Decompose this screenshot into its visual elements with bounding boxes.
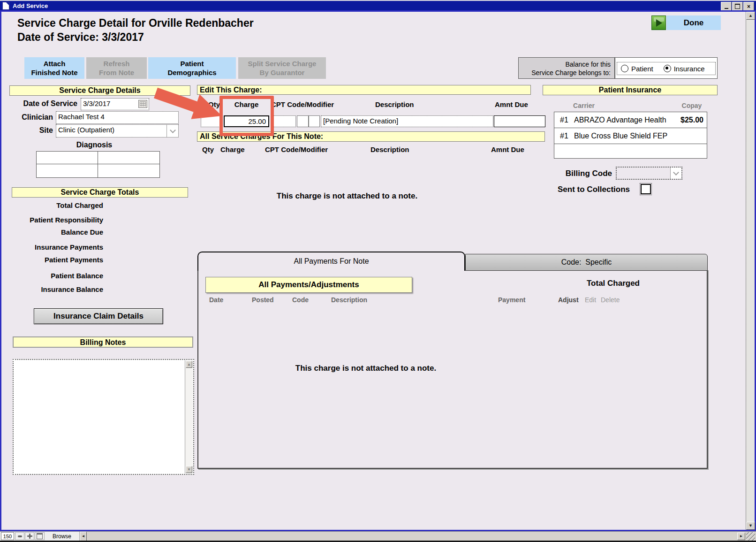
minimize-button[interactable]	[721, 2, 732, 11]
diagnosis-cell-4[interactable]	[98, 164, 159, 177]
done-button[interactable]: Done	[666, 15, 721, 30]
balance-label-line2: Service Charge belongs to:	[519, 69, 611, 77]
pay-col-description: Description	[331, 296, 367, 304]
close-button[interactable]: ×	[743, 2, 754, 11]
insurance-row-3[interactable]	[554, 144, 707, 159]
hscroll-left-button[interactable]: ◄	[80, 532, 87, 541]
pay-col-delete: Delete	[601, 296, 620, 304]
all-col-qty: Qty	[202, 145, 214, 153]
radio-patient[interactable]: Patient	[621, 65, 653, 73]
diagnosis-label: Diagnosis	[56, 141, 132, 149]
billing-code-label: Billing Code	[535, 169, 612, 178]
patient-responsibility-label: Patient Responsibility	[9, 216, 103, 224]
billing-code-dropdown-button[interactable]	[670, 168, 681, 179]
resize-grip[interactable]	[746, 532, 755, 541]
button-label: By Guarantor	[238, 68, 326, 77]
date-of-service-input[interactable]: 3/3/2017	[81, 98, 149, 110]
patient-demographics-button[interactable]: Patient Demographics	[148, 57, 236, 79]
done-script-icon[interactable]	[651, 15, 666, 30]
hscroll-right-button[interactable]: ►	[737, 533, 745, 540]
insurance-list: #1 ABRAZO Advantage Health $25.00 #1 Blu…	[554, 112, 707, 159]
cpt-code-input[interactable]	[271, 115, 296, 127]
tab-all-payments[interactable]: All Payments For Note	[197, 252, 465, 271]
diagnosis-cell-1[interactable]	[37, 152, 98, 164]
edit-col-cpt: CPT Code/Modifier	[271, 100, 334, 108]
site-value: Clinic (Outpatient)	[58, 126, 114, 134]
mode-selector[interactable]: Browse	[45, 533, 79, 540]
all-col-description: Description	[370, 145, 409, 153]
left-arrow-icon: ◄	[82, 534, 85, 538]
pay-col-payment: Payment	[498, 296, 525, 304]
diagnosis-cell-3[interactable]	[37, 164, 98, 177]
tab-all-payments-label: All Payments For Note	[294, 257, 369, 265]
description-input[interactable]: [Pending Note Creation]	[321, 115, 493, 127]
down-arrow-icon: ▼	[748, 524, 753, 528]
pay-col-edit: Edit	[585, 296, 596, 304]
page-title: Service Charge Detail for Orville Redenb…	[17, 17, 254, 30]
vertical-scrollbar[interactable]: ▲ ▼	[746, 12, 755, 530]
patient-insurance-header: Patient Insurance	[543, 85, 718, 95]
window-titlebar: Add Service ×	[0, 0, 756, 10]
status-area-toggle-button[interactable]	[35, 532, 45, 540]
pay-col-date: Date	[209, 296, 223, 304]
billing-code-select[interactable]	[616, 167, 682, 180]
zoom-out-icon	[18, 535, 22, 537]
notes-scroll-down-button[interactable]: ▼	[186, 466, 192, 473]
all-payments-adjustments-header: All Payments/Adjustments	[205, 277, 412, 293]
split-service-charge-button: Split Service Charge By Guarantor	[238, 57, 326, 79]
zoom-out-button[interactable]	[15, 532, 24, 540]
patient-balance-label: Patient Balance	[9, 272, 103, 280]
insurance-rank: #1	[554, 132, 574, 140]
radio-patient-icon	[621, 65, 628, 72]
tab-code-specific-label: Code: Specific	[561, 258, 612, 266]
insurance-claim-details-button[interactable]: Insurance Claim Details	[34, 308, 163, 324]
insurance-carrier-name: ABRAZO Advantage Health	[574, 116, 680, 124]
tab-code-specific[interactable]: Code: Specific	[465, 254, 708, 271]
zoom-in-icon	[27, 534, 32, 539]
site-label: Site	[9, 126, 53, 135]
insurance-copay: $25.00	[680, 116, 707, 124]
billing-notes-scrollbar[interactable]: ▲ ▼	[185, 360, 193, 473]
all-col-charge: Charge	[220, 145, 245, 153]
zoom-level-field[interactable]: 150	[1, 532, 14, 540]
edit-col-amnt-due: Amnt Due	[495, 100, 528, 108]
play-icon	[656, 19, 662, 27]
insurance-row-2[interactable]: #1 Blue Cross Blue Shield FEP	[554, 128, 707, 144]
copay-column-label: Copay	[666, 102, 718, 109]
radio-insurance-icon	[664, 65, 671, 72]
radio-insurance[interactable]: Insurance	[664, 65, 705, 73]
clinician-value: Rachael Test 4	[58, 113, 105, 121]
edit-this-charge-header: Edit This Charge:	[197, 85, 531, 95]
not-attached-message-2: This charge is not attached to a note.	[234, 364, 497, 373]
calendar-icon[interactable]	[138, 100, 147, 108]
date-of-service-label: Date of Service	[9, 99, 77, 108]
maximize-button[interactable]	[732, 2, 743, 11]
notes-scroll-up-button[interactable]: ▲	[186, 361, 192, 368]
right-arrow-icon: ►	[740, 534, 743, 538]
zoom-in-button[interactable]	[25, 532, 34, 540]
scroll-down-button[interactable]: ▼	[746, 522, 755, 530]
pay-col-code: Code	[292, 296, 309, 304]
diagnosis-grid	[36, 151, 160, 178]
modifier1-input[interactable]	[297, 115, 309, 127]
sent-to-collections-checkbox[interactable]	[641, 184, 651, 194]
amnt-due-input[interactable]	[494, 115, 545, 127]
annotation-arrow	[149, 87, 231, 130]
patient-payments-label: Patient Payments	[9, 256, 103, 264]
billing-notes-textarea[interactable]: ▲ ▼	[13, 359, 194, 475]
refresh-from-note-button: Refresh From Note	[86, 57, 147, 79]
up-arrow-icon: ▲	[748, 14, 753, 18]
modifier2-input[interactable]	[309, 115, 320, 127]
close-icon: ×	[747, 4, 750, 9]
diagnosis-cell-2[interactable]	[98, 152, 159, 164]
button-label: From Note	[86, 68, 147, 77]
balance-radio-group: Patient Insurance	[615, 57, 718, 79]
button-label: Demographics	[148, 68, 236, 77]
up-arrow-icon: ▲	[187, 363, 191, 366]
radio-patient-label: Patient	[631, 65, 653, 73]
scroll-up-button[interactable]: ▲	[746, 12, 755, 20]
payments-total-charged-label: Total Charged	[558, 279, 668, 288]
insurance-carrier-name: Blue Cross Blue Shield FEP	[574, 132, 703, 140]
insurance-row-1[interactable]: #1 ABRAZO Advantage Health $25.00	[554, 112, 707, 128]
attach-finished-note-button[interactable]: Attach Finished Note	[24, 57, 84, 79]
